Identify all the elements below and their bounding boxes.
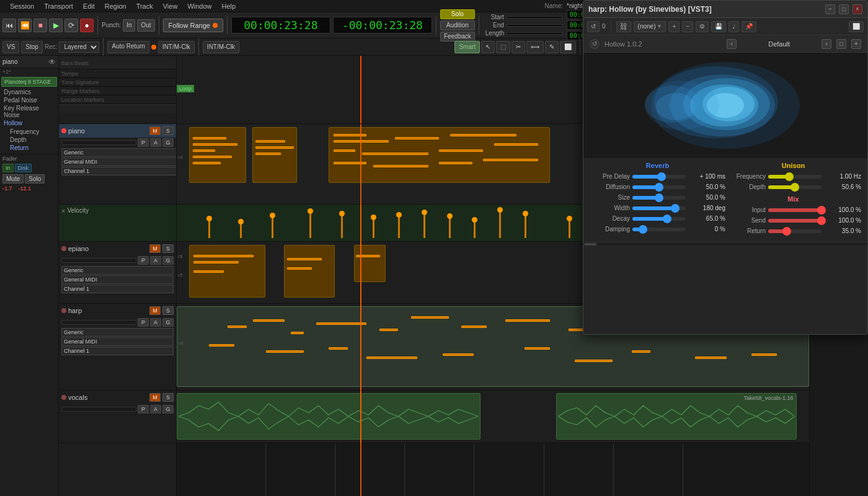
epiano-name-row[interactable]: epiano M S [59,242,176,255]
back-button[interactable]: ⏪ [18,19,32,32]
menu-session[interactable]: Session [5,2,39,10]
solo-button[interactable]: Solo [440,9,475,19]
vel-dot-6[interactable] [371,215,376,220]
smart-btn[interactable]: Smart [454,41,480,53]
vel-dot-3[interactable] [270,213,275,218]
freq-slider[interactable] [768,175,822,179]
epiano-pag-a[interactable]: A [150,256,161,265]
end-value[interactable] [507,24,562,27]
vel-dot-4[interactable] [308,208,313,214]
menu-help[interactable]: Help [217,2,241,10]
follow-range-button[interactable]: Follow Range [163,19,223,32]
harp-name-row[interactable]: harp M S [59,304,176,317]
menu-track[interactable]: Track [131,2,158,10]
vst-preset-nav-prev[interactable]: ‹ [727,39,737,49]
vel-dot-5[interactable] [339,211,345,216]
sub-item-dynamics[interactable]: Dynamics [0,88,58,96]
vocals-clip-1[interactable] [177,393,480,440]
piano-mute-btn[interactable]: M [149,126,161,135]
epiano-record-arm[interactable] [61,246,66,251]
punch-in-button[interactable]: In [123,19,135,32]
stretch-btn[interactable]: ⟺ [526,41,544,53]
record-button[interactable]: ● [80,19,94,32]
feedback-button[interactable]: Feedback [440,32,475,42]
vel-dot-11[interactable] [497,207,503,213]
sub-item-hollow[interactable]: Hollow [0,119,58,127]
vst-min-btn[interactable]: − [825,4,835,14]
piano-pag-g[interactable]: G [162,138,174,147]
epiano-solo-btn[interactable]: S [162,244,174,253]
vocals-name-row[interactable]: vocals M S [59,391,176,404]
in-button[interactable]: In [2,164,14,172]
menu-region[interactable]: Region [100,2,131,10]
mute-button[interactable]: Mute [2,174,24,184]
int-m-clk-button2[interactable]: INT/M-Clk [203,41,239,53]
vocals-clip-2[interactable]: Take58_vocals-1.16 [556,393,797,440]
punch-out-button[interactable]: Out [137,19,154,32]
vel-dot-9[interactable] [447,213,453,219]
vst-square-btn[interactable]: □ [839,4,849,14]
epiano-clip-2[interactable] [284,245,335,298]
start-value[interactable] [507,16,562,19]
loop-button[interactable]: ⟳ [64,19,78,32]
input-slider[interactable] [768,208,822,212]
stop-button2[interactable]: Stop [21,41,43,53]
rewind-button[interactable]: ⏮ [2,19,16,32]
main-time-display[interactable]: 00:00:23:28 [231,17,330,33]
vst-settings-btn[interactable]: ⚙ [696,21,709,32]
piano-solo-btn[interactable]: S [162,126,174,135]
vel-dot-10[interactable] [472,217,477,223]
damping-slider[interactable] [632,228,686,231]
harp-pag-p[interactable]: P [138,318,149,327]
range-btn[interactable]: ⬚ [496,41,510,53]
vst-pin-btn[interactable]: 📌 [742,21,756,32]
harp-solo-btn[interactable]: S [162,306,174,315]
decay-slider[interactable] [632,217,686,221]
vs-button[interactable]: VS [2,41,19,53]
vel-dot-13[interactable] [567,216,572,221]
stop-button[interactable]: ■ [33,19,47,32]
menu-window[interactable]: Window [182,2,216,10]
menu-edit[interactable]: Edit [78,2,100,10]
send-slider[interactable] [768,219,822,223]
vst-add-btn[interactable]: + [668,21,680,32]
sub-item-frequency[interactable]: Frequency [4,128,55,136]
harp-record-arm[interactable] [61,308,66,313]
vocals-mute-btn[interactable]: M [149,393,161,402]
vst-chain-btn[interactable]: ⛓ [616,21,631,32]
harp-pag-g[interactable]: G [162,318,174,327]
vocals-solo-btn[interactable]: S [162,393,174,402]
size-slider[interactable] [632,196,686,200]
piano-clip-3[interactable] [329,127,550,183]
harp-mute-btn[interactable]: M [149,306,161,315]
vst-preset-nav-next[interactable]: › [822,39,831,49]
harp-pag-a[interactable]: A [150,318,161,327]
cursor-btn[interactable]: ↖ [481,41,495,53]
vst-midi-btn[interactable]: ♩ [728,21,739,32]
erase-btn[interactable]: ⬜ [560,41,576,53]
piano-pag-p[interactable]: P [138,138,149,147]
piano-clip-1[interactable] [189,127,246,183]
epiano-clip-1[interactable] [189,245,265,298]
piano-pag-a[interactable]: A [150,138,161,147]
vel-dot-7[interactable] [396,212,402,218]
piano-name-row[interactable]: piano M S [59,124,176,138]
cut-btn[interactable]: ✂ [512,41,525,53]
vel-dot-2[interactable] [238,219,244,224]
piano-clip-2[interactable] [252,127,296,183]
vst-save-btn[interactable]: 💾 [711,21,726,32]
vel-dot-8[interactable] [422,210,427,215]
vst-expand-btn[interactable]: ⬜ [849,21,864,32]
sub-item-key[interactable]: Key Release Noise [0,104,58,119]
length-value[interactable] [507,32,562,35]
epiano-pag-g[interactable]: G [162,256,174,265]
loop-marker-2[interactable]: Loop [177,85,194,92]
epiano-mute-btn[interactable]: M [149,244,161,253]
pre-delay-slider[interactable] [632,175,686,179]
width-slider[interactable] [632,206,686,210]
int-m-clk-button[interactable]: INT/M-Clk [158,41,195,53]
layered-select[interactable]: Layered Normal [59,42,99,53]
instrument-box[interactable]: Pianoteq 8 STAGE [1,77,57,87]
vst-remove-btn[interactable]: − [682,21,693,32]
piano-midi[interactable]: General MIDI [61,157,177,166]
